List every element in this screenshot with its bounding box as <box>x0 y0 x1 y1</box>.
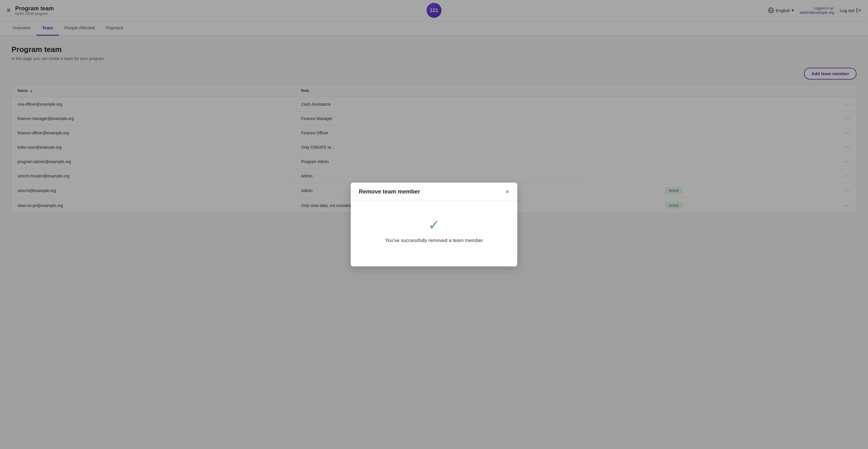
success-check-icon: ✓ <box>428 218 440 232</box>
modal-title: Remove team member <box>359 188 420 195</box>
remove-team-member-modal: Remove team member × ✓ You've successful… <box>351 183 517 266</box>
success-message: You've successfully removed a team membe… <box>385 238 483 243</box>
modal-overlay[interactable]: Remove team member × ✓ You've successful… <box>0 0 868 449</box>
modal-close-button[interactable]: × <box>505 189 509 195</box>
modal-header: Remove team member × <box>351 183 517 201</box>
modal-body: ✓ You've successfully removed a team mem… <box>351 201 517 266</box>
